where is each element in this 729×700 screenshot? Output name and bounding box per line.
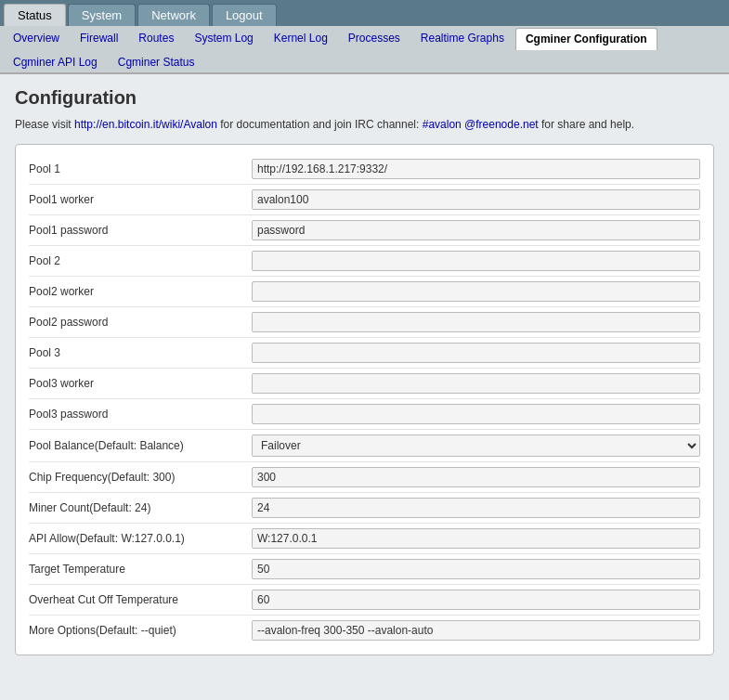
form-label-pool3_password: Pool3 password [29, 408, 252, 421]
input-chip_freq[interactable] [252, 467, 700, 487]
form-row: Miner Count(Default: 24) [29, 493, 700, 524]
form-row: More Options(Default: --quiet) [29, 616, 700, 645]
tab-system[interactable]: System [68, 4, 136, 26]
form-row: Pool 3 [29, 338, 700, 369]
form-label-pool2_worker: Pool2 worker [29, 285, 252, 298]
form-row: Pool1 worker [29, 185, 700, 215]
subnav-overview[interactable]: Overview [4, 28, 69, 50]
subnav-cgminer-status[interactable]: Cgminer Status [109, 52, 204, 72]
info-link2[interactable]: #avalon @freenode.net [423, 118, 539, 131]
form-row: API Allow(Default: W:127.0.0.1) [29, 524, 700, 554]
form-label-chip_freq: Chip Frequency(Default: 300) [29, 471, 252, 484]
input-miner_count[interactable] [252, 498, 700, 518]
form-row: Pool 2 [29, 246, 700, 277]
input-more_options[interactable] [252, 620, 700, 641]
main-content: Configuration Please visit http://en.bit… [0, 74, 729, 700]
tab-network[interactable]: Network [137, 4, 210, 26]
input-pool3_worker[interactable] [252, 373, 700, 394]
form-label-pool1: Pool 1 [29, 162, 252, 175]
form-label-target_temp: Target Temperature [29, 563, 252, 576]
form-label-pool1_worker: Pool1 worker [29, 193, 252, 206]
input-overheat_temp[interactable] [252, 590, 700, 610]
top-nav: Status System Network Logout [0, 0, 729, 26]
info-before: Please visit [15, 118, 74, 131]
form-label-api_allow: API Allow(Default: W:127.0.0.1) [29, 532, 252, 545]
form-row: Pool3 worker [29, 369, 700, 399]
info-middle: for documentation and join IRC channel: [217, 118, 423, 131]
form-row: Pool2 worker [29, 277, 700, 307]
form-row: Target Temperature [29, 554, 700, 585]
page-title: Configuration [15, 87, 714, 109]
form-label-pool_balance: Pool Balance(Default: Balance) [29, 439, 252, 452]
subnav-firewall[interactable]: Firewall [71, 28, 127, 50]
info-after: for share and help. [539, 118, 634, 131]
input-pool3_password[interactable] [252, 404, 700, 424]
input-target_temp[interactable] [252, 559, 700, 579]
input-pool2_password[interactable] [252, 312, 700, 332]
tab-status[interactable]: Status [4, 4, 66, 26]
form-row: Pool Balance(Default: Balance)BalanceFai… [29, 430, 700, 462]
subnav-realtime-graphs[interactable]: Realtime Graphs [411, 28, 514, 50]
subnav-kernel-log[interactable]: Kernel Log [265, 28, 337, 50]
form-row: Pool3 password [29, 399, 700, 430]
subnav-system-log[interactable]: System Log [185, 28, 262, 50]
form-label-pool2: Pool 2 [29, 254, 252, 267]
input-pool2_worker[interactable] [252, 281, 700, 302]
input-pool3[interactable] [252, 343, 700, 363]
input-pool1_password[interactable] [252, 220, 700, 240]
select-pool_balance[interactable]: BalanceFailoverRound Robin [252, 434, 700, 457]
form-row: Overheat Cut Off Temperature [29, 585, 700, 616]
info-link1[interactable]: http://en.bitcoin.it/wiki/Avalon [74, 118, 217, 131]
form-row: Pool2 password [29, 307, 700, 338]
subnav-routes[interactable]: Routes [129, 28, 183, 50]
form-row: Pool 1 [29, 154, 700, 185]
subnav-cgminer-api-log[interactable]: Cgminer API Log [4, 52, 107, 72]
info-text: Please visit http://en.bitcoin.it/wiki/A… [15, 118, 714, 131]
input-pool1_worker[interactable] [252, 189, 700, 210]
subnav-processes[interactable]: Processes [339, 28, 410, 50]
tab-logout[interactable]: Logout [212, 4, 277, 26]
form-label-pool3: Pool 3 [29, 346, 252, 359]
form-row: Chip Frequency(Default: 300) [29, 462, 700, 493]
subnav-cgminer-config[interactable]: Cgminer Configuration [515, 28, 657, 50]
form-label-pool1_password: Pool1 password [29, 224, 252, 237]
input-pool2[interactable] [252, 251, 700, 271]
form-row: Pool1 password [29, 215, 700, 246]
config-form: Pool 1Pool1 workerPool1 passwordPool 2Po… [15, 144, 714, 655]
form-label-more_options: More Options(Default: --quiet) [29, 624, 252, 637]
input-pool1[interactable] [252, 159, 700, 179]
sub-nav: Overview Firewall Routes System Log Kern… [0, 26, 729, 74]
form-label-pool3_worker: Pool3 worker [29, 377, 252, 390]
form-label-miner_count: Miner Count(Default: 24) [29, 501, 252, 514]
form-label-overheat_temp: Overheat Cut Off Temperature [29, 593, 252, 606]
form-label-pool2_password: Pool2 password [29, 316, 252, 329]
input-api_allow[interactable] [252, 528, 700, 549]
